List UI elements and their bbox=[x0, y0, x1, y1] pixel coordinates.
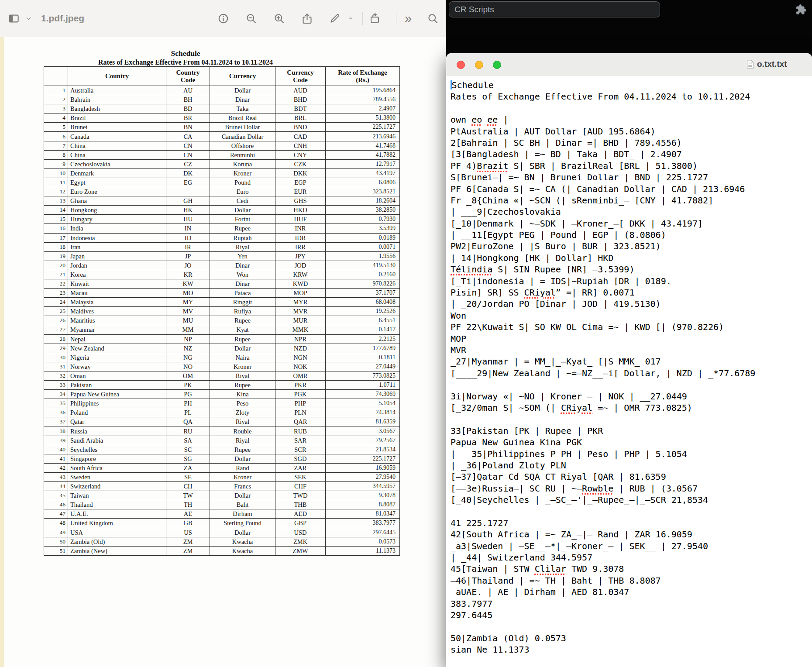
text-line[interactable]: [_Ti|indonesia | = IDS|~Rupiah [DR | 018… bbox=[451, 275, 812, 287]
share-button[interactable] bbox=[299, 11, 314, 26]
text-line[interactable]: own eo ee | bbox=[451, 114, 812, 125]
rotate-button[interactable] bbox=[367, 11, 382, 26]
text-line[interactable]: [3[Bangladesh | =~ BD | Taka | BDT_ | 2.… bbox=[451, 148, 812, 160]
text-line[interactable]: | __35|Philippines P PH | Peso | PHP | 5… bbox=[451, 448, 812, 460]
text-line[interactable]: [_10|Denmark | ~—SDK | —Kroner_—[ DKK | … bbox=[451, 218, 812, 229]
text-line[interactable]: | ___9|Czechoslovakia bbox=[451, 206, 812, 217]
misspelled-word[interactable]: Rowble bbox=[582, 483, 613, 494]
view-options-chevron[interactable] bbox=[21, 11, 36, 26]
table-cell: 30 bbox=[44, 353, 68, 362]
more-toolbar-items-button[interactable]: » bbox=[401, 11, 416, 26]
table-cell: United Kingdom bbox=[68, 519, 166, 528]
text-line[interactable]: —46|Thailand | =~ TH | Baht | THB 8.8087 bbox=[451, 575, 812, 586]
table-cell: Rupee bbox=[210, 316, 275, 325]
text-line[interactable]: 297.6445 bbox=[451, 609, 812, 621]
text-line[interactable] bbox=[451, 103, 812, 114]
table-row: 24MalaysiaMYRinggitMYR68.0408 bbox=[44, 298, 400, 307]
text-line[interactable]: _aUAE. | AE | Dirham | AED 81.0347 bbox=[451, 586, 812, 598]
sidebar-toggle-button[interactable] bbox=[6, 11, 21, 26]
zoom-in-button[interactable] bbox=[272, 11, 286, 26]
text-line[interactable]: sian Ne 11.1373 bbox=[451, 644, 812, 655]
table-cell: RU bbox=[166, 426, 210, 436]
zoom-out-button[interactable] bbox=[244, 11, 258, 26]
search-button[interactable] bbox=[425, 11, 440, 26]
text-line[interactable]: | _20/Jordan PO [Dinar | JOD | 419.5130) bbox=[451, 298, 812, 309]
fullscreen-button[interactable] bbox=[493, 61, 501, 69]
table-cell: ZA bbox=[166, 463, 210, 472]
table-cell: Kroner bbox=[210, 362, 275, 371]
text-line[interactable]: [—37]Qatar Cd SQA CT Riyal [QAR | 81.635… bbox=[451, 471, 812, 482]
info-button[interactable] bbox=[216, 11, 231, 26]
misspelled-word[interactable]: eo bbox=[471, 114, 482, 125]
minimize-button[interactable] bbox=[475, 61, 483, 69]
text-line[interactable]: Fr _8{China «| ~SCN (| sRenminbi_— [CNY … bbox=[451, 195, 812, 206]
table-cell: 6.4551 bbox=[326, 316, 400, 325]
misspelled-word[interactable]: ee bbox=[487, 114, 498, 125]
text-line[interactable]: PW2|EuroZone | |S Buro | BUR | 323.8521) bbox=[451, 241, 812, 252]
text-line[interactable] bbox=[451, 413, 812, 425]
markup-button[interactable] bbox=[327, 11, 342, 26]
text-line[interactable]: MOP bbox=[451, 333, 812, 344]
text-line[interactable] bbox=[451, 505, 812, 517]
text-line[interactable] bbox=[451, 379, 812, 390]
table-cell: GHS bbox=[275, 196, 326, 206]
misspelled-word[interactable]: Télindia bbox=[451, 264, 492, 275]
table-cell: AU bbox=[166, 86, 210, 95]
table-cell: Naira bbox=[210, 353, 275, 362]
text-line[interactable]: 383.7977 bbox=[451, 598, 812, 609]
text-line[interactable]: PF 6[Canada S| =~ CA (| Canadian Dollar … bbox=[451, 183, 812, 195]
text-line[interactable]: S[Brunei—| =~ BN | Brunei Dollar | BND |… bbox=[451, 172, 812, 183]
text-line[interactable]: | _36|Poland Zloty PLN bbox=[451, 460, 812, 471]
text-line[interactable]: PF 22\Kuwait S| SO KW OL Cima =~ | KWD [… bbox=[451, 321, 812, 333]
close-button[interactable] bbox=[457, 61, 465, 69]
text-line[interactable]: PtAustralia | AUT Dollar [AUD 195.6864) bbox=[451, 126, 812, 137]
table-cell: 27.0449 bbox=[326, 362, 400, 371]
text-line[interactable]: 42[South Africa | =~ ZA_—|— Rand | ZAR 1… bbox=[451, 529, 812, 540]
table-cell: 9.3078 bbox=[326, 491, 400, 500]
table-cell: Russia bbox=[68, 426, 166, 436]
editor-content[interactable]: ScheduleRates of Exchange Effective From… bbox=[446, 76, 812, 667]
text-line[interactable]: Schedule bbox=[451, 79, 812, 91]
text-line[interactable]: Pisin] SR] SS CRiyal” =| RR] 0.0071 bbox=[451, 287, 812, 298]
table-cell: Rand bbox=[210, 463, 275, 472]
table-cell: PH bbox=[166, 399, 210, 408]
text-line[interactable]: [——3e)Russia—| SC RU | ~—Rowble | RUB | … bbox=[451, 483, 812, 494]
text-line[interactable]: Rates of Exchange Effective From 04.11.2… bbox=[451, 91, 812, 102]
table-row: 29New ZealandNZDollarNZD177.6789 bbox=[44, 344, 400, 353]
text-line[interactable]: Papua New Guinea Kina PGK bbox=[451, 437, 812, 448]
table-cell: Kroner bbox=[210, 168, 275, 178]
table-cell: Sweden bbox=[68, 472, 166, 481]
text-line[interactable]: 41 225.1727 bbox=[451, 517, 812, 529]
editor-titlebar[interactable]: o.txt.txt bbox=[446, 53, 812, 76]
table-cell: Bangladesh bbox=[68, 104, 166, 113]
text-line[interactable]: 2[Bahrain | SC BH | Dinar =| BHD | 789.4… bbox=[451, 137, 812, 148]
address-bar[interactable]: CR Scripts bbox=[449, 1, 660, 17]
misspelled-word[interactable]: CRiyal bbox=[561, 402, 592, 413]
text-line[interactable]: _27|Myanmar | = MM_|_—Kyat_ [|S MMK_ 017 bbox=[451, 356, 812, 367]
text-line[interactable]: MVR bbox=[451, 344, 812, 356]
text-line[interactable]: 33[Pakistan [PK | Rupee | PKR bbox=[451, 425, 812, 437]
table-cell: CN bbox=[166, 150, 210, 159]
markup-options-chevron[interactable] bbox=[343, 11, 358, 26]
text-line[interactable]: | 14|Hongkong [HK | Dollar] HKD bbox=[451, 252, 812, 264]
text-line[interactable]: Won bbox=[451, 310, 812, 321]
text-line[interactable]: [____29|New Zealand | ~=—NZ__—i[ Dollar,… bbox=[451, 368, 812, 379]
text-line[interactable] bbox=[451, 621, 812, 632]
misspelled-word[interactable]: Brazit bbox=[477, 161, 508, 171]
text-line[interactable]: | _44| Switzerland 344.5957 bbox=[451, 552, 812, 563]
table-cell: Rufiya bbox=[210, 307, 275, 316]
text-line[interactable]: 3i|Norway «| ~NO | Kroner — | NOK | __27… bbox=[451, 391, 812, 402]
misspelled-word[interactable]: CRiyal bbox=[524, 287, 556, 298]
text-line[interactable]: Télindia S| SIN Rupee [NR] —3.5399) bbox=[451, 264, 812, 275]
text-line[interactable]: [_40|Seychelles | _—SC_—'|_—Rupee_—|_—SC… bbox=[451, 494, 812, 505]
text-line[interactable]: 45[Taiwan | STW Clilar TWD 9.3078 bbox=[451, 563, 812, 574]
table-cell: NG bbox=[166, 353, 210, 362]
text-line[interactable]: | __11[Egypt PEG | Pound | EGP | (8.0806… bbox=[451, 229, 812, 241]
extensions-icon[interactable] bbox=[795, 4, 807, 15]
text-line[interactable]: 50|Zambia (Old) 0.0573 bbox=[451, 633, 812, 644]
table-cell: SE bbox=[166, 472, 210, 481]
text-line[interactable]: _a3|Sweden | —SE__—*|_—Kroner_— | SEK__ … bbox=[451, 540, 812, 552]
misspelled-word[interactable]: Clilar bbox=[535, 564, 566, 574]
text-line[interactable]: [_32/0man S| ~SOM (| CRiyal =~ | OMR 773… bbox=[451, 402, 812, 413]
text-line[interactable]: PF 4)Brazit S| SBR | BrazilReal [BRL | 5… bbox=[451, 160, 812, 172]
